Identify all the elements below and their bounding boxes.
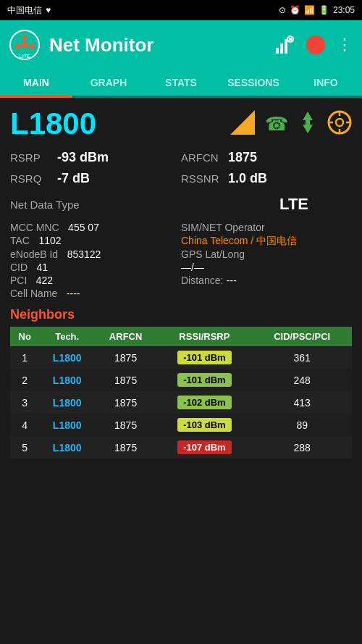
app-icon: LITE — [9, 29, 41, 61]
mcc-mnc-value: 455 07 — [68, 222, 99, 233]
tab-main[interactable]: MAIN — [0, 70, 72, 96]
col-tech: Tech. — [40, 327, 95, 346]
neighbors-row-4: 4 L1800 1875 -103 dBm 89 — [10, 414, 352, 436]
row-cid: 89 — [252, 414, 352, 436]
row-no: 1 — [10, 346, 40, 369]
tac-operator-row: TAC 1102 China Telecom / 中国电信 — [10, 234, 352, 248]
overflow-menu-button[interactable]: ⋮ — [337, 35, 353, 54]
cell-name-value: ---- — [67, 288, 80, 299]
rsrp-row: RSRP -93 dBm — [10, 149, 181, 167]
rsrq-label: RSRQ — [10, 172, 50, 185]
cellname-row: Cell Name ---- — [10, 287, 352, 300]
svg-marker-5 — [303, 112, 313, 120]
col-no: No — [10, 327, 40, 346]
row-arfcn: 1875 — [95, 414, 157, 436]
cid-label: CID — [10, 262, 28, 273]
rssnr-value: 1.0 dB — [228, 171, 267, 186]
col-cid: CID/PSC/PCI — [252, 327, 352, 346]
pci-distance-row: PCI 422 Distance: --- — [10, 274, 352, 287]
row-cid: 288 — [252, 436, 352, 459]
neighbors-table: No Tech. ARFCN RSSI/RSRP CID/PSC/PCI 1 L… — [10, 327, 352, 459]
enodeb-label: eNodeB Id — [10, 248, 58, 260]
app-title: Net Monitor — [49, 34, 153, 57]
row-arfcn: 1875 — [95, 346, 157, 369]
call-icon: ☎ — [265, 113, 288, 135]
battery-icon: 🔋 — [319, 5, 329, 15]
neighbors-row-5: 5 L1800 1875 -107 dBm 288 — [10, 436, 352, 459]
alarm-icon: ⏰ — [290, 5, 300, 15]
record-button[interactable] — [306, 35, 325, 54]
tab-sessions[interactable]: SESSIONS — [217, 70, 290, 96]
enodeb-gps-row: eNodeB Id 853122 GPS Lat/Long — [10, 248, 352, 261]
svg-marker-4 — [230, 110, 255, 135]
cell-name-label: Cell Name — [10, 288, 57, 299]
tac-label: TAC — [10, 235, 30, 246]
row-no: 5 — [10, 436, 40, 459]
tac-value: 1102 — [38, 235, 61, 246]
row-arfcn: 1875 — [95, 436, 157, 459]
gps-value: —/— — [181, 262, 204, 273]
rsrq-row: RSRQ -7 dB — [10, 170, 181, 188]
neighbors-row-3: 3 L1800 1875 -102 dBm 413 — [10, 391, 352, 414]
signal-stats: RSRP -93 dBm ARFCN 1875 RSRQ -7 dB RSSNR… — [10, 149, 352, 188]
row-no: 4 — [10, 414, 40, 436]
cid-gpsval-row: CID 41 —/— — [10, 261, 352, 274]
svg-rect-8 — [306, 120, 310, 125]
enodeb-value: 853122 — [67, 248, 101, 260]
row-rssi: -103 dBm — [156, 414, 252, 436]
gps-icon — [327, 110, 352, 138]
row-tech: L1800 — [40, 391, 95, 414]
svg-point-10 — [336, 119, 343, 126]
rssnr-label: RSSNR — [181, 172, 221, 185]
band-row: L1800 ☎ — [10, 106, 352, 141]
app-header: LITE Net Monitor ⋮ — [0, 20, 362, 70]
row-rssi: -101 dBm — [156, 346, 252, 369]
svg-point-1 — [22, 42, 28, 48]
main-content: L1800 ☎ — [0, 98, 362, 467]
row-tech: L1800 — [40, 346, 95, 369]
rsrp-label: RSRP — [10, 151, 50, 164]
row-cid: 248 — [252, 369, 352, 391]
col-rssi: RSSI/RSRP — [156, 327, 252, 346]
tab-stats[interactable]: STATS — [145, 70, 217, 96]
rsrp-value: -93 dBm — [57, 150, 109, 165]
neighbors-title: Neighbors — [10, 307, 352, 322]
row-tech: L1800 — [40, 414, 95, 436]
band-label: L1800 — [10, 106, 96, 141]
net-data-label: Net Data Type — [10, 198, 80, 211]
rsrq-value: -7 dB — [57, 171, 90, 186]
svg-marker-7 — [303, 125, 313, 133]
distance-label: Distance: — [181, 275, 223, 286]
rssnr-row: RSSNR 1.0 dB — [181, 170, 352, 188]
cell-details: MCC MNC 455 07 SIM/NET Operator TAC 1102… — [10, 221, 352, 300]
row-cid: 413 — [252, 391, 352, 414]
tab-info[interactable]: INFO — [290, 70, 362, 96]
arfcn-label: ARFCN — [181, 151, 221, 164]
cid-value: 41 — [37, 262, 49, 273]
tab-graph[interactable]: GRAPH — [72, 70, 145, 96]
data-transfer-icon — [298, 112, 317, 136]
row-no: 3 — [10, 391, 40, 414]
signal-settings-icon[interactable] — [274, 33, 295, 57]
distance-value: --- — [227, 275, 237, 286]
neighbors-row-1: 1 L1800 1875 -101 dBm 361 — [10, 346, 352, 369]
row-rssi: -101 dBm — [156, 369, 252, 391]
mcc-sim-row: MCC MNC 455 07 SIM/NET Operator — [10, 221, 352, 234]
row-no: 2 — [10, 369, 40, 391]
time-display: 23:05 — [333, 5, 355, 15]
tab-bar: MAIN GRAPH STATS SESSIONS INFO — [0, 70, 362, 98]
location-icon: ⊙ — [279, 5, 286, 15]
mcc-mnc-label: MCC MNC — [10, 222, 59, 233]
row-rssi: -102 dBm — [156, 391, 252, 414]
net-data-type-row: Net Data Type LTE — [10, 193, 352, 215]
neighbors-row-2: 2 L1800 1875 -101 dBm 248 — [10, 369, 352, 391]
row-rssi: -107 dBm — [156, 436, 252, 459]
arfcn-value: 1875 — [228, 150, 257, 165]
status-bar: 中国电信 ♥ ⊙ ⏰ 📶 🔋 23:05 — [0, 0, 362, 20]
sim-net-label: SIM/NET Operator — [181, 222, 265, 233]
pci-label: PCI — [10, 275, 27, 286]
net-data-value: LTE — [279, 195, 308, 214]
carrier-label: 中国电信 — [7, 4, 42, 17]
signal-strength-icon — [230, 110, 255, 138]
signal-bars: 📶 — [304, 5, 315, 15]
